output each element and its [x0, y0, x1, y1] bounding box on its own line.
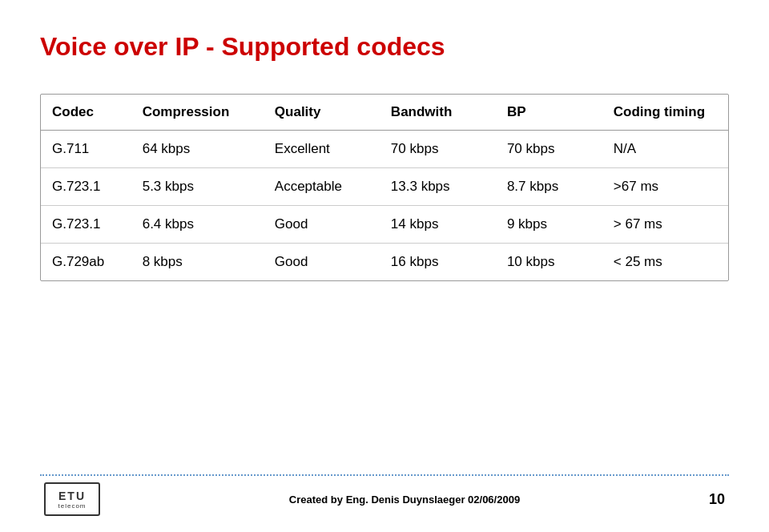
cell-bp: 9 kbps [496, 206, 602, 244]
page-number: 10 [709, 491, 725, 508]
divider-line [40, 474, 729, 476]
cell-quality: Good [264, 206, 380, 244]
header-bandwith: Bandwith [380, 95, 496, 131]
codec-table-wrapper: Codec Compression Quality Bandwith BP Co… [40, 94, 729, 281]
codec-table: Codec Compression Quality Bandwith BP Co… [41, 95, 728, 280]
cell-quality: Good [264, 244, 380, 281]
cell-coding: > 67 ms [602, 206, 728, 244]
cell-compression: 64 kbps [131, 131, 264, 168]
cell-codec: G.729ab [41, 244, 131, 281]
cell-bandwith: 16 kbps [380, 244, 496, 281]
logo: ETU telecom [44, 482, 100, 516]
table-header-row: Codec Compression Quality Bandwith BP Co… [41, 95, 728, 131]
cell-coding: >67 ms [602, 168, 728, 206]
cell-compression: 6.4 kbps [131, 206, 264, 244]
header-bp: BP [496, 95, 602, 131]
cell-bandwith: 13.3 kbps [380, 168, 496, 206]
header-codec: Codec [41, 95, 131, 131]
header-quality: Quality [264, 95, 380, 131]
cell-compression: 5.3 kbps [131, 168, 264, 206]
cell-coding: N/A [602, 131, 728, 168]
cell-codec: G.711 [41, 131, 131, 168]
header-coding: Coding timing [602, 95, 728, 131]
cell-coding: < 25 ms [602, 244, 728, 281]
table-row: G.729ab 8 kbps Good 16 kbps 10 kbps < 25… [41, 244, 728, 281]
logo-sub: telecom [58, 502, 86, 510]
cell-compression: 8 kbps [131, 244, 264, 281]
footer-divider: ETU telecom Created by Eng. Denis Duynsl… [40, 466, 729, 516]
cell-codec: G.723.1 [41, 168, 131, 206]
cell-bandwith: 70 kbps [380, 131, 496, 168]
cell-codec: G.723.1 [41, 206, 131, 244]
cell-bp: 8.7 kbps [496, 168, 602, 206]
cell-quality: Excellent [264, 131, 380, 168]
page-title: Voice over IP - Supported codecs [40, 32, 729, 62]
cell-bandwith: 14 kbps [380, 206, 496, 244]
footer-credit: Created by Eng. Denis Duynslaeger 02/06/… [100, 494, 709, 506]
table-row: G.723.1 5.3 kbps Acceptable 13.3 kbps 8.… [41, 168, 728, 206]
logo-letters: ETU [58, 490, 86, 502]
footer: ETU telecom Created by Eng. Denis Duynsl… [40, 482, 729, 516]
page-container: Voice over IP - Supported codecs Codec C… [0, 0, 769, 532]
cell-bp: 70 kbps [496, 131, 602, 168]
header-compression: Compression [131, 95, 264, 131]
cell-bp: 10 kbps [496, 244, 602, 281]
cell-quality: Acceptable [264, 168, 380, 206]
table-row: G.723.1 6.4 kbps Good 14 kbps 9 kbps > 6… [41, 206, 728, 244]
table-row: G.711 64 kbps Excellent 70 kbps 70 kbps … [41, 131, 728, 168]
